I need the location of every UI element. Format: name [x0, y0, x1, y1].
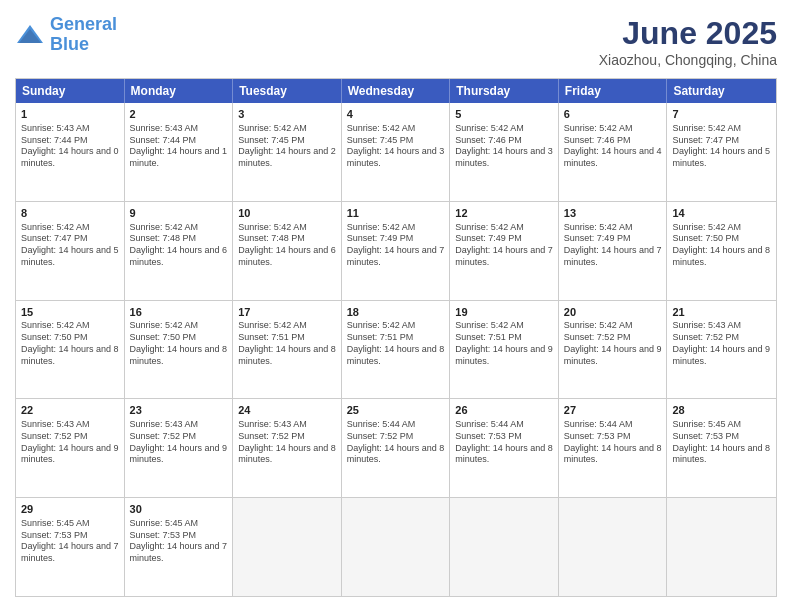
header-sunday: Sunday: [16, 79, 125, 103]
cell-5-sat-empty: [667, 498, 776, 596]
title-block: June 2025 Xiaozhou, Chongqing, China: [599, 15, 777, 68]
cell-2-thu: 12 Sunrise: 5:42 AMSunset: 7:49 PMDaylig…: [450, 202, 559, 300]
calendar: Sunday Monday Tuesday Wednesday Thursday…: [15, 78, 777, 597]
header-monday: Monday: [125, 79, 234, 103]
cell-3-sun: 15 Sunrise: 5:42 AMSunset: 7:50 PMDaylig…: [16, 301, 125, 399]
cell-4-tue: 24 Sunrise: 5:43 AMSunset: 7:52 PMDaylig…: [233, 399, 342, 497]
cell-3-mon: 16 Sunrise: 5:42 AMSunset: 7:50 PMDaylig…: [125, 301, 234, 399]
logo: General Blue: [15, 15, 117, 55]
cell-1-mon: 2 Sunrise: 5:43 AMSunset: 7:44 PMDayligh…: [125, 103, 234, 201]
cell-5-mon: 30 Sunrise: 5:45 AMSunset: 7:53 PMDaylig…: [125, 498, 234, 596]
cell-1-tue: 3 Sunrise: 5:42 AMSunset: 7:45 PMDayligh…: [233, 103, 342, 201]
cell-4-sun: 22 Sunrise: 5:43 AMSunset: 7:52 PMDaylig…: [16, 399, 125, 497]
cell-5-tue-empty: [233, 498, 342, 596]
cell-1-sat: 7 Sunrise: 5:42 AMSunset: 7:47 PMDayligh…: [667, 103, 776, 201]
cell-5-wed-empty: [342, 498, 451, 596]
cell-4-fri: 27 Sunrise: 5:44 AMSunset: 7:53 PMDaylig…: [559, 399, 668, 497]
logo-line2: Blue: [50, 34, 89, 54]
main-title: June 2025: [599, 15, 777, 52]
cell-4-sat: 28 Sunrise: 5:45 AMSunset: 7:53 PMDaylig…: [667, 399, 776, 497]
cell-1-wed: 4 Sunrise: 5:42 AMSunset: 7:45 PMDayligh…: [342, 103, 451, 201]
cell-3-sat: 21 Sunrise: 5:43 AMSunset: 7:52 PMDaylig…: [667, 301, 776, 399]
header-wednesday: Wednesday: [342, 79, 451, 103]
cell-2-mon: 9 Sunrise: 5:42 AMSunset: 7:48 PMDayligh…: [125, 202, 234, 300]
cell-3-fri: 20 Sunrise: 5:42 AMSunset: 7:52 PMDaylig…: [559, 301, 668, 399]
header-friday: Friday: [559, 79, 668, 103]
cell-2-sun: 8 Sunrise: 5:42 AMSunset: 7:47 PMDayligh…: [16, 202, 125, 300]
logo-line1: General: [50, 14, 117, 34]
cell-1-fri: 6 Sunrise: 5:42 AMSunset: 7:46 PMDayligh…: [559, 103, 668, 201]
week-row-3: 15 Sunrise: 5:42 AMSunset: 7:50 PMDaylig…: [16, 301, 776, 400]
logo-icon: [15, 23, 45, 47]
header-tuesday: Tuesday: [233, 79, 342, 103]
cell-5-thu-empty: [450, 498, 559, 596]
cell-4-mon: 23 Sunrise: 5:43 AMSunset: 7:52 PMDaylig…: [125, 399, 234, 497]
calendar-header: Sunday Monday Tuesday Wednesday Thursday…: [16, 79, 776, 103]
cell-2-wed: 11 Sunrise: 5:42 AMSunset: 7:49 PMDaylig…: [342, 202, 451, 300]
week-row-1: 1 Sunrise: 5:43 AMSunset: 7:44 PMDayligh…: [16, 103, 776, 202]
cell-5-fri-empty: [559, 498, 668, 596]
cell-5-sun: 29 Sunrise: 5:45 AMSunset: 7:53 PMDaylig…: [16, 498, 125, 596]
header-saturday: Saturday: [667, 79, 776, 103]
week-row-5: 29 Sunrise: 5:45 AMSunset: 7:53 PMDaylig…: [16, 498, 776, 596]
cell-3-tue: 17 Sunrise: 5:42 AMSunset: 7:51 PMDaylig…: [233, 301, 342, 399]
cell-2-fri: 13 Sunrise: 5:42 AMSunset: 7:49 PMDaylig…: [559, 202, 668, 300]
cell-3-wed: 18 Sunrise: 5:42 AMSunset: 7:51 PMDaylig…: [342, 301, 451, 399]
cell-2-tue: 10 Sunrise: 5:42 AMSunset: 7:48 PMDaylig…: [233, 202, 342, 300]
cell-3-thu: 19 Sunrise: 5:42 AMSunset: 7:51 PMDaylig…: [450, 301, 559, 399]
page: General Blue June 2025 Xiaozhou, Chongqi…: [0, 0, 792, 612]
cell-2-sat: 14 Sunrise: 5:42 AMSunset: 7:50 PMDaylig…: [667, 202, 776, 300]
calendar-body: 1 Sunrise: 5:43 AMSunset: 7:44 PMDayligh…: [16, 103, 776, 596]
logo-text: General Blue: [50, 15, 117, 55]
cell-4-wed: 25 Sunrise: 5:44 AMSunset: 7:52 PMDaylig…: [342, 399, 451, 497]
cell-1-thu: 5 Sunrise: 5:42 AMSunset: 7:46 PMDayligh…: [450, 103, 559, 201]
cell-1-sun: 1 Sunrise: 5:43 AMSunset: 7:44 PMDayligh…: [16, 103, 125, 201]
header-thursday: Thursday: [450, 79, 559, 103]
cell-4-thu: 26 Sunrise: 5:44 AMSunset: 7:53 PMDaylig…: [450, 399, 559, 497]
subtitle: Xiaozhou, Chongqing, China: [599, 52, 777, 68]
week-row-4: 22 Sunrise: 5:43 AMSunset: 7:52 PMDaylig…: [16, 399, 776, 498]
week-row-2: 8 Sunrise: 5:42 AMSunset: 7:47 PMDayligh…: [16, 202, 776, 301]
header: General Blue June 2025 Xiaozhou, Chongqi…: [15, 15, 777, 68]
